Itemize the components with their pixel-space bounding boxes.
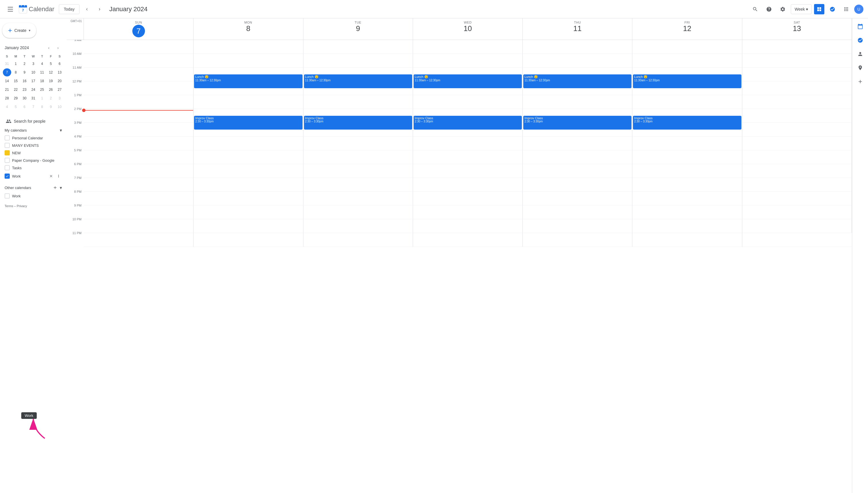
time-slot[interactable] (303, 95, 413, 109)
time-slot[interactable]: Lunch 😴11:30am – 12:30pm (193, 67, 303, 81)
time-slot[interactable] (303, 233, 413, 247)
time-slot[interactable] (632, 164, 742, 178)
mini-cal-day[interactable]: 23 (20, 86, 29, 94)
time-slot[interactable] (632, 192, 742, 206)
time-slot[interactable] (84, 95, 193, 109)
other-calendars-header[interactable]: Other calendars ▾ (2, 183, 64, 192)
mini-cal-day[interactable]: 30 (20, 94, 29, 102)
time-slot[interactable]: Lunch 😴11:30am – 12:30pm (303, 67, 413, 81)
time-slot[interactable]: Lunch 😴11:30am – 12:30pm (632, 67, 742, 81)
time-slot[interactable] (84, 136, 193, 150)
time-slot[interactable] (84, 164, 193, 178)
other-calendar-item[interactable]: Work (2, 192, 64, 200)
search-people-button[interactable]: Search for people (2, 116, 64, 126)
time-slot[interactable] (742, 178, 852, 192)
time-slot[interactable] (413, 136, 523, 150)
time-slot[interactable] (523, 233, 632, 247)
mini-cal-day[interactable]: 19 (47, 77, 55, 85)
mini-cal-day[interactable]: 6 (55, 60, 64, 68)
more-calendar-options-button[interactable] (55, 173, 62, 179)
time-slot[interactable] (303, 206, 413, 219)
time-slot[interactable] (742, 233, 852, 247)
time-slot[interactable] (632, 178, 742, 192)
time-slot[interactable] (632, 150, 742, 164)
time-slot[interactable] (193, 219, 303, 233)
time-slot[interactable] (84, 40, 193, 54)
time-slot[interactable] (413, 40, 523, 54)
mini-cal-day[interactable]: 31 (29, 94, 38, 102)
time-slot[interactable] (303, 164, 413, 178)
time-slot[interactable] (84, 206, 193, 219)
improv-event[interactable]: Improv Class2:30 – 3:30pm (304, 116, 412, 130)
time-slot[interactable]: Improv Class2:30 – 3:30pm (413, 109, 523, 123)
time-slot[interactable] (84, 67, 193, 81)
time-slot[interactable] (632, 40, 742, 54)
mini-prev-button[interactable]: ‹ (45, 44, 53, 52)
time-slot[interactable] (413, 164, 523, 178)
hide-calendar-button[interactable] (48, 173, 54, 179)
time-slot[interactable] (632, 54, 742, 67)
calendar-checkbox[interactable] (5, 173, 10, 179)
time-slot[interactable] (303, 136, 413, 150)
time-slot[interactable] (742, 164, 852, 178)
terms-privacy-link[interactable]: Terms – Privacy (5, 204, 27, 208)
mini-cal-day[interactable]: 3 (55, 94, 64, 102)
mini-cal-day[interactable]: 28 (3, 94, 11, 102)
time-slot[interactable] (413, 219, 523, 233)
time-slot[interactable] (742, 150, 852, 164)
time-slot[interactable] (84, 192, 193, 206)
time-slot[interactable] (193, 40, 303, 54)
tasks-icon-button[interactable] (827, 3, 838, 15)
time-slot[interactable] (413, 54, 523, 67)
avatar[interactable]: U (854, 5, 863, 14)
mini-next-button[interactable]: › (54, 44, 62, 52)
my-calendar-item[interactable]: Personal Calendar (2, 134, 64, 142)
time-slot[interactable] (84, 178, 193, 192)
time-slot[interactable]: Lunch 😴11:30am – 12:30pm (413, 67, 523, 81)
lunch-event[interactable]: Lunch 😴11:30am – 12:30pm (414, 74, 522, 88)
time-slot[interactable]: Lunch 😴11:30am – 12:30pm (523, 67, 632, 81)
improv-event[interactable]: Improv Class2:30 – 3:30pm (414, 116, 522, 130)
mini-cal-day[interactable]: 6 (20, 103, 29, 111)
mini-cal-day[interactable]: 29 (12, 94, 20, 102)
time-slot[interactable] (193, 95, 303, 109)
time-slot[interactable] (84, 54, 193, 67)
mini-cal-day[interactable]: 5 (12, 103, 20, 111)
mini-cal-day[interactable]: 11 (38, 68, 46, 77)
mini-cal-day[interactable]: 1 (38, 94, 46, 102)
right-maps-icon[interactable] (854, 62, 866, 73)
mini-cal-day[interactable]: 21 (3, 86, 11, 94)
calendar-scroll[interactable]: 9 AM10 AM11 AMLunch 😴11:30am – 12:30pmLu… (67, 40, 852, 493)
time-slot[interactable] (742, 109, 852, 123)
time-slot[interactable] (523, 219, 632, 233)
time-slot[interactable] (413, 206, 523, 219)
time-slot[interactable] (193, 150, 303, 164)
time-slot[interactable] (742, 123, 852, 136)
my-calendar-item[interactable]: MANY EVENTS (2, 142, 64, 149)
time-slot[interactable] (632, 136, 742, 150)
mini-cal-day[interactable]: 3 (29, 60, 38, 68)
mini-cal-day[interactable]: 1 (12, 60, 20, 68)
time-slot[interactable] (193, 54, 303, 67)
mini-cal-day[interactable]: 17 (29, 77, 38, 85)
time-slot[interactable] (742, 95, 852, 109)
mini-cal-day[interactable]: 13 (55, 68, 64, 77)
mini-cal-day[interactable]: 15 (12, 77, 20, 85)
mini-cal-day[interactable]: 2 (47, 94, 55, 102)
time-slot[interactable] (742, 67, 852, 81)
time-slot[interactable] (193, 206, 303, 219)
time-slot[interactable] (413, 233, 523, 247)
my-calendar-item[interactable]: Paper Company - Google (2, 156, 64, 164)
time-slot[interactable] (193, 178, 303, 192)
time-slot[interactable] (742, 192, 852, 206)
calendar-checkbox[interactable] (5, 143, 10, 148)
settings-button[interactable] (777, 3, 789, 15)
time-slot[interactable] (413, 150, 523, 164)
search-button[interactable] (750, 3, 761, 15)
create-button[interactable]: + Create ▾ (2, 23, 36, 38)
mini-cal-day[interactable]: 8 (12, 68, 20, 77)
my-calendars-header[interactable]: My calendars ▾ (2, 126, 64, 134)
time-slot[interactable] (632, 219, 742, 233)
mini-cal-day[interactable]: 8 (38, 103, 46, 111)
time-slot[interactable]: Improv Class2:30 – 3:30pm (523, 109, 632, 123)
